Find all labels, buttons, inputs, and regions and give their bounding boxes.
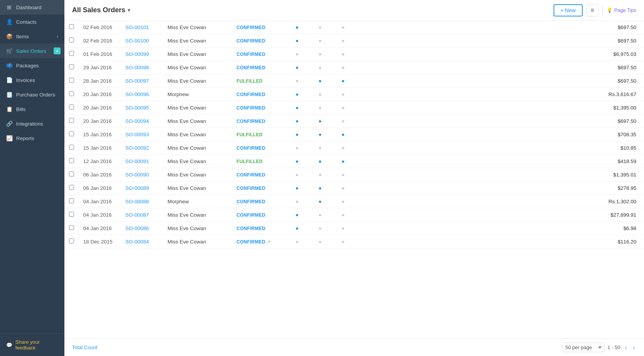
order-date: 28 Jan 2016 bbox=[79, 74, 121, 88]
order-link[interactable]: SO-00087 bbox=[125, 212, 149, 218]
order-link[interactable]: SO-00099 bbox=[125, 51, 149, 57]
table-footer: Total Count 50 per page 100 per page 150… bbox=[64, 338, 644, 356]
row-checkbox[interactable] bbox=[69, 78, 74, 83]
sidebar-item-integrations[interactable]: 🔗 Integrations bbox=[0, 116, 64, 131]
orders-table-container[interactable]: 02 Feb 2016 SO-00101 Miss Eve Cowan CONF… bbox=[64, 21, 644, 338]
status-badge: FULFILLED bbox=[237, 159, 263, 164]
order-link[interactable]: SO-00100 bbox=[125, 38, 149, 44]
row-checkbox[interactable] bbox=[69, 24, 74, 29]
table-row: 04 Jan 2016 SO-00088 Morphew CONFIRMED ●… bbox=[64, 195, 644, 208]
order-link[interactable]: SO-00093 bbox=[125, 132, 149, 137]
next-page-button[interactable]: › bbox=[631, 343, 636, 351]
table-row: 15 Jan 2016 SO-00092 Miss Eve Cowan CONF… bbox=[64, 141, 644, 155]
sidebar-item-contacts[interactable]: 👤 Contacts bbox=[0, 15, 64, 29]
order-date: 29 Jan 2016 bbox=[79, 61, 121, 74]
row-checkbox[interactable] bbox=[69, 212, 74, 217]
dot-inactive-icon: ● bbox=[342, 118, 345, 124]
row-checkbox[interactable] bbox=[69, 198, 74, 203]
row-checkbox-cell bbox=[64, 222, 79, 235]
dot-inactive-icon: ● bbox=[319, 38, 322, 44]
row-checkbox-cell bbox=[64, 155, 79, 168]
order-status: CONFIRMED bbox=[232, 208, 286, 222]
order-date: 02 Feb 2016 bbox=[79, 34, 121, 47]
lightbulb-icon: 💡 bbox=[606, 7, 613, 13]
new-button[interactable]: + New bbox=[554, 4, 583, 16]
per-page-select[interactable]: 50 per page 100 per page 150 per page bbox=[562, 343, 605, 352]
invoices-icon: 📄 bbox=[6, 77, 12, 83]
contact-name: Miss Eve Cowan bbox=[163, 74, 232, 88]
row-checkbox[interactable] bbox=[69, 145, 74, 150]
order-link[interactable]: SO-00086 bbox=[125, 225, 149, 231]
sidebar-item-items[interactable]: 📦 Items › bbox=[0, 29, 64, 44]
dashboard-icon: ⊞ bbox=[6, 4, 12, 10]
menu-button[interactable]: ≡ bbox=[586, 4, 598, 16]
order-number: SO-00096 bbox=[121, 88, 163, 101]
add-sales-order-button[interactable]: + bbox=[54, 47, 61, 54]
indicator-col-2: ● bbox=[309, 141, 332, 155]
sidebar-item-bills[interactable]: 📋 Bills bbox=[0, 102, 64, 116]
order-link[interactable]: SO-00084 bbox=[125, 239, 149, 245]
indicator-col-3: ● bbox=[332, 222, 355, 235]
order-link[interactable]: SO-00088 bbox=[125, 199, 149, 204]
row-checkbox[interactable] bbox=[69, 51, 74, 56]
order-link[interactable]: SO-00089 bbox=[125, 185, 149, 191]
indicator-col-3: ● bbox=[332, 208, 355, 222]
table-row: 28 Jan 2016 SO-00097 Miss Eve Cowan FULF… bbox=[64, 74, 644, 88]
sidebar-item-dashboard[interactable]: ⊞ Dashboard bbox=[0, 0, 64, 15]
row-checkbox[interactable] bbox=[69, 158, 74, 163]
sidebar-item-packages[interactable]: 📫 Packages bbox=[0, 58, 64, 73]
sidebar-item-label: Bills bbox=[16, 106, 26, 112]
order-date: 04 Jan 2016 bbox=[79, 208, 121, 222]
sidebar-item-label: Invoices bbox=[16, 77, 35, 83]
order-status: CONFIRMED bbox=[232, 114, 286, 128]
order-link[interactable]: SO-00094 bbox=[125, 118, 149, 124]
status-badge: CONFIRMED bbox=[237, 119, 265, 124]
status-badge: CONFIRMED bbox=[237, 186, 265, 191]
order-link[interactable]: SO-00092 bbox=[125, 145, 149, 151]
table-row: 02 Feb 2016 SO-00101 Miss Eve Cowan CONF… bbox=[64, 21, 644, 34]
row-checkbox[interactable] bbox=[69, 91, 74, 96]
page-tips-button[interactable]: 💡 Page Tips bbox=[606, 7, 636, 13]
row-checkbox[interactable] bbox=[69, 171, 74, 176]
dot-active-icon: ● bbox=[319, 78, 322, 84]
dot-active-icon: ● bbox=[342, 158, 345, 164]
table-row: 04 Jan 2016 SO-00086 Miss Eve Cowan CONF… bbox=[64, 222, 644, 235]
sidebar-item-invoices[interactable]: 📄 Invoices bbox=[0, 73, 64, 87]
row-checkbox[interactable] bbox=[69, 64, 74, 69]
order-number: SO-00101 bbox=[121, 21, 163, 34]
order-number: SO-00099 bbox=[121, 47, 163, 61]
order-link[interactable]: SO-00097 bbox=[125, 78, 149, 84]
order-link[interactable]: SO-00101 bbox=[125, 24, 149, 30]
order-amount: $278.95 bbox=[355, 181, 644, 195]
feedback-button[interactable]: 💬 Share your feedback bbox=[0, 333, 64, 356]
row-checkbox[interactable] bbox=[69, 38, 74, 42]
row-checkbox[interactable] bbox=[69, 131, 74, 136]
order-link[interactable]: SO-00095 bbox=[125, 105, 149, 111]
order-status: CONFIRMED bbox=[232, 222, 286, 235]
order-date: 04 Jan 2016 bbox=[79, 222, 121, 235]
dot-inactive-icon: ● bbox=[296, 78, 299, 84]
order-link[interactable]: SO-00096 bbox=[125, 91, 149, 97]
row-checkbox[interactable] bbox=[69, 185, 74, 190]
order-link[interactable]: SO-00098 bbox=[125, 65, 149, 70]
row-checkbox[interactable] bbox=[69, 238, 74, 243]
sidebar-item-purchase-orders[interactable]: 🗒️ Purchase Orders bbox=[0, 87, 64, 102]
dot-active-icon: ● bbox=[296, 212, 299, 218]
contact-name: Miss Eve Cowan bbox=[163, 61, 232, 74]
total-count[interactable]: Total Count bbox=[72, 345, 97, 350]
row-checkbox-cell bbox=[64, 61, 79, 74]
indicator-col-2: ● bbox=[309, 74, 332, 88]
sidebar-item-sales-orders[interactable]: 🛒 Sales Orders + bbox=[0, 44, 64, 58]
order-amount: $697.50 bbox=[355, 74, 644, 88]
order-date: 06 Jan 2016 bbox=[79, 168, 121, 181]
row-checkbox[interactable] bbox=[69, 225, 74, 230]
dot-active-icon: ● bbox=[319, 118, 322, 124]
sidebar-item-reports[interactable]: 📈 Reports bbox=[0, 131, 64, 145]
row-checkbox[interactable] bbox=[69, 118, 74, 123]
order-link[interactable]: SO-00091 bbox=[125, 158, 149, 164]
row-checkbox[interactable] bbox=[69, 105, 74, 109]
contact-name: Morphew bbox=[163, 88, 232, 101]
order-link[interactable]: SO-00090 bbox=[125, 172, 149, 178]
prev-page-button[interactable]: ‹ bbox=[623, 343, 628, 351]
contact-name: Miss Eve Cowan bbox=[163, 155, 232, 168]
